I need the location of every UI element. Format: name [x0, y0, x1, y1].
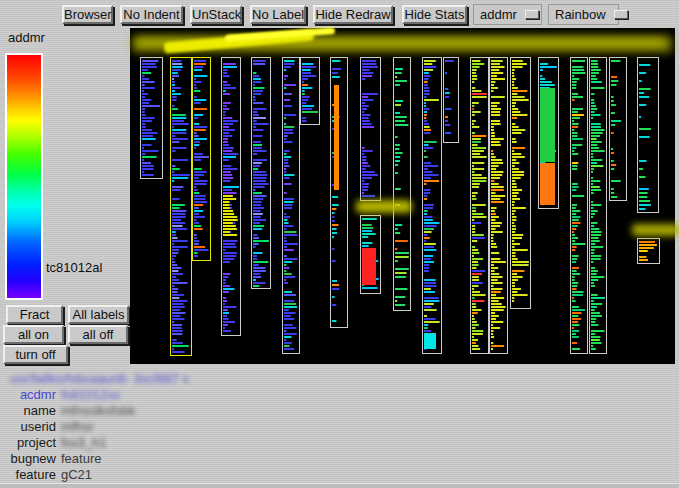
code-visualization-area	[130, 28, 675, 364]
info-row-acdmr: acdmrfs81012ss	[4, 387, 204, 403]
code-visualization-canvas[interactable]	[130, 28, 675, 364]
toolbar-button-hide-stats[interactable]: Hide Stats	[402, 5, 467, 24]
info-label: bugnew	[4, 451, 56, 467]
info-value-redacted: fss3_h1	[61, 435, 107, 451]
panel-button-all-labels[interactable]: All labels	[68, 305, 129, 324]
info-row-name: namemfnsslksfsbk	[4, 403, 204, 419]
info-value-redacted: mfhsr	[61, 419, 94, 435]
color-scale-bottom-label: tc81012al	[46, 260, 102, 275]
info-value: gC21	[61, 467, 92, 483]
toolbar-button-no-indent[interactable]: No Indent	[120, 5, 183, 24]
option-menu-label: addmr	[480, 7, 517, 22]
info-label: feature	[4, 467, 56, 483]
info-value-redacted: usr/fa8ks/fsbsaaunlt- 3scf887 c	[10, 371, 189, 387]
window-bottom-edge	[0, 483, 679, 488]
info-value-redacted: fs81012ss	[61, 387, 120, 403]
file-info-panel: usr/fa8ks/fsbsaaunlt- 3scf887 cacdmrfs81…	[4, 371, 204, 483]
info-label: name	[4, 403, 56, 419]
toolbar-button-hide-redraw[interactable]: Hide Redraw	[313, 5, 393, 24]
info-label: project	[4, 435, 56, 451]
info-row-userid: useridmfhsr	[4, 419, 204, 435]
info-row-header: usr/fa8ks/fsbsaaunlt- 3scf887 c	[4, 371, 204, 387]
option-menu-addmr[interactable]: addmr	[473, 4, 542, 25]
info-label: userid	[4, 419, 56, 435]
toolbar-button-browser[interactable]: Browser	[62, 5, 113, 24]
info-row-project: projectfss3_h1	[4, 435, 204, 451]
info-value-redacted: mfnsslksfsbk	[61, 403, 135, 419]
option-menu-label: Rainbow	[555, 7, 606, 22]
option-menu-rainbow[interactable]: Rainbow	[548, 4, 619, 25]
panel-button-turn-off[interactable]: turn off	[3, 345, 68, 364]
option-menu-indicator-icon	[614, 10, 628, 19]
color-scale-bar	[5, 53, 43, 300]
info-label: acdmr	[4, 387, 56, 403]
info-value: feature	[61, 451, 101, 467]
option-menu-indicator-icon	[525, 10, 539, 19]
seesoft-application-window: { "toolbar": { "buttons": [ {"label": "B…	[0, 0, 679, 488]
info-row-feature: featuregC21	[4, 467, 204, 483]
legend-title: addmr	[8, 30, 45, 45]
panel-button-all-off[interactable]: all off	[68, 325, 128, 344]
panel-button-all-on[interactable]: all on	[3, 325, 64, 344]
toolbar: BrowserNo IndentUnStackNo LabelHide Redr…	[0, 0, 679, 28]
info-row-bugnew: bugnewfeature	[4, 451, 204, 467]
panel-button-fract[interactable]: Fract	[6, 305, 63, 324]
toolbar-button-no-label[interactable]: No Label	[250, 5, 306, 24]
toolbar-button-unstack[interactable]: UnStack	[190, 5, 242, 24]
